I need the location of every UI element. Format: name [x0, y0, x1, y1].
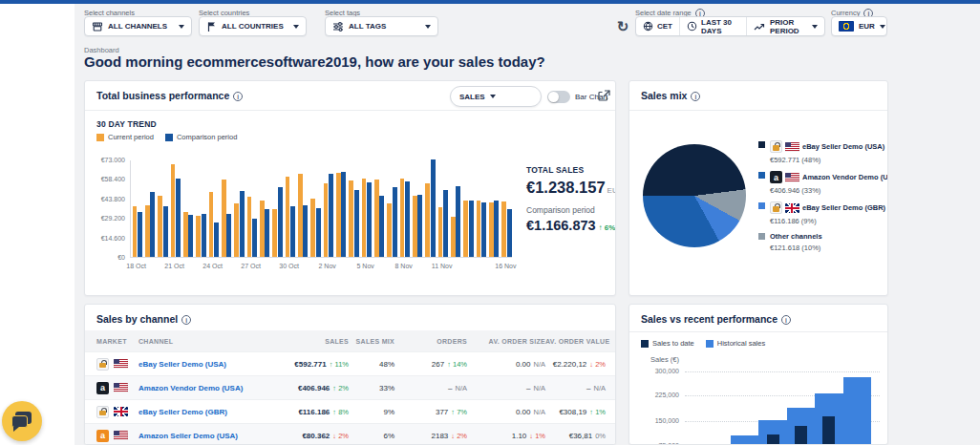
sales-mix-value: 48%: [349, 360, 394, 369]
legend-item: eBay Seller Demo (USA) €592.771 (48%): [758, 140, 884, 164]
x-tick-label: 21 Oct: [156, 263, 194, 269]
y-tick-label: €0: [117, 254, 125, 261]
order-size-value: 0.00: [516, 360, 531, 369]
vs-y-axis: 300,000225,000150,00075,000: [637, 305, 679, 445]
trend-y-axis: €73.000€58.400€43.800€29.200€14.600€0: [85, 160, 125, 258]
date-range-segment[interactable]: LAST 30 DAYS: [679, 17, 746, 35]
legend-swatch: [758, 233, 765, 240]
table-body: eBay Seller Demo (USA) €592.771↑ 11% 48%…: [85, 351, 615, 445]
countries-filter-dropdown[interactable]: ALL COUNTRIES: [199, 16, 307, 36]
info-icon[interactable]: i: [181, 315, 191, 325]
info-icon[interactable]: i: [691, 92, 700, 101]
channels-filter-dropdown[interactable]: ALL CHANNELS: [84, 16, 192, 36]
order-size-change: N/A: [533, 360, 545, 369]
legend-label: Amazon Vendor Demo (USA): [802, 173, 888, 181]
channel-link[interactable]: eBay Seller Demo (GBR): [138, 408, 227, 416]
tags-filter-dropdown[interactable]: ALL TAGS: [325, 16, 438, 36]
comparison-period-bar: [481, 202, 486, 257]
channel-link[interactable]: eBay Seller Demo (USA): [138, 360, 226, 369]
legend-value: €116.186 (9%): [770, 217, 885, 225]
market-cell: [96, 430, 138, 442]
comparison-period-bar: [265, 209, 269, 257]
sales-mix-pie: [643, 144, 746, 247]
order-value-value: €36,81: [569, 432, 592, 440]
ebay-icon: [770, 140, 782, 153]
current-period-bar: [286, 177, 290, 257]
us-flag-icon: [785, 142, 799, 152]
comparison-period-bar: [176, 179, 181, 257]
comparison-period-bar: [431, 159, 436, 257]
total-business-performance-card: Total business performancei SALES Bar Ch…: [84, 80, 616, 296]
metric-select-dropdown[interactable]: SALES: [450, 86, 542, 107]
chevron-down-icon: [293, 25, 299, 29]
current-period-bar: [349, 180, 353, 257]
channel-link[interactable]: Amazon Vendor Demo (USA): [138, 384, 243, 392]
refresh-icon[interactable]: ↻: [613, 16, 632, 36]
chevron-down-icon: [880, 25, 885, 29]
comparison-value: PRIOR PERIOD: [770, 18, 807, 35]
us-flag-icon: [785, 173, 799, 182]
chat-button[interactable]: [2, 401, 42, 441]
chevron-down-icon: [179, 25, 184, 29]
sales-value: €406.946: [298, 384, 330, 392]
legend-label: eBay Seller Demo (USA): [802, 142, 884, 151]
x-tick-label: 16 Nov: [486, 263, 524, 269]
historical-sales-bar: [731, 435, 758, 445]
comparison-period-bar: [202, 214, 206, 257]
tags-filter-value: ALL TAGS: [349, 22, 420, 31]
current-period-bar: [362, 179, 367, 257]
table-row: eBay Seller Demo (GBR) €116.186↑ 8% 9% 3…: [85, 399, 615, 423]
vs-plot: [731, 305, 872, 445]
table-row: Amazon Vendor Demo (USA) €406.946↑ 2% 33…: [85, 375, 615, 399]
sales-change: ↓ 2%: [332, 432, 349, 440]
legend-value: €592.771 (48%): [770, 156, 884, 164]
comparison-period-bar: [163, 206, 168, 257]
order-size-value: 1.10: [512, 432, 527, 440]
current-period-bar: [336, 173, 341, 257]
current-period-bar: [413, 196, 417, 257]
currency-suffix: EUR: [607, 186, 616, 195]
eu-flag-icon: [839, 21, 854, 32]
page-title: Good morning ecommercesoftware2019, how …: [84, 53, 545, 70]
x-tick-label: 5 Nov: [347, 263, 385, 269]
x-tick-label: 24 Oct: [194, 263, 232, 269]
x-tick-label: 11 Nov: [423, 263, 461, 269]
current-period-bar: [463, 201, 468, 257]
comparison-period-bar: [405, 181, 410, 257]
performance-stats: TOTAL SALES €1.238.157EUR Comparison per…: [526, 165, 614, 233]
trend-x-axis: 18 Oct21 Oct24 Oct27 Oct30 Oct2 Nov5 Nov…: [130, 263, 512, 272]
top-accent-bar: [0, 0, 980, 4]
legend-swatch-comparison: [165, 134, 173, 141]
comparison-segment[interactable]: PRIOR PERIOD: [746, 17, 824, 35]
market-cell: [96, 358, 138, 371]
y-tick-label: €29.200: [101, 215, 125, 222]
current-period-bar: [158, 196, 162, 257]
bar-chart-toggle[interactable]: [547, 91, 570, 103]
currency-dropdown[interactable]: EUR: [831, 16, 887, 36]
comparison-period-bar: [341, 172, 346, 257]
table-row: Amazon Seller Demo (USA) €80.362↓ 2% 6% …: [85, 423, 615, 445]
chevron-down-icon: [490, 95, 496, 98]
info-icon[interactable]: i: [233, 92, 243, 101]
comparison-period-bar: [303, 205, 308, 257]
total-sales-label: TOTAL SALES: [526, 165, 614, 175]
current-period-bar: [324, 183, 329, 257]
comparison-period-bar: [240, 191, 245, 257]
trend-plot: [130, 160, 512, 258]
orders-value: 377: [436, 408, 448, 416]
legend-label: eBay Seller Demo (GBR): [802, 203, 885, 212]
flag-icon: [206, 21, 217, 32]
comparison-period-bar: [367, 182, 372, 257]
comparison-period-label: Comparison period: [526, 205, 614, 215]
clock-icon: [687, 21, 697, 32]
sales-to-date-bar: [822, 416, 835, 445]
sales-value: €116.186: [298, 408, 330, 416]
current-period-bar: [222, 180, 226, 257]
comparison-period-bar: [188, 215, 193, 257]
current-period-bar: [310, 199, 315, 257]
sales-change: ↑ 2%: [332, 384, 349, 392]
timezone-segment[interactable]: CET: [636, 17, 679, 35]
divider: [85, 110, 615, 111]
export-icon[interactable]: [597, 89, 611, 103]
channel-link[interactable]: Amazon Seller Demo (USA): [138, 432, 238, 440]
